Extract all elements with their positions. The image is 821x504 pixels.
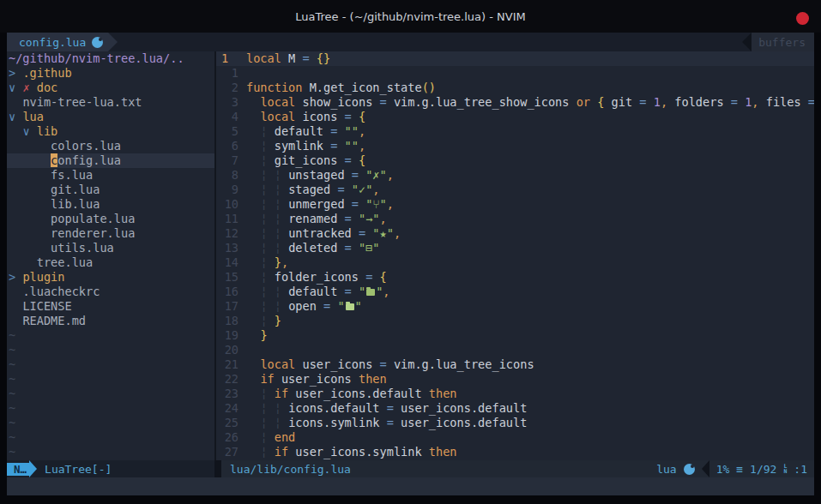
code-line[interactable]: 9 ¦ ¦ staged = "✓", <box>216 183 814 197</box>
token: {} <box>317 51 330 65</box>
code-line[interactable]: 23 ¦ if user_icons.default then <box>216 387 814 401</box>
code-line[interactable]: 22 if user_icons then <box>216 372 814 387</box>
mode-indicator: N… <box>7 463 29 476</box>
code-line[interactable]: 18 ¦ } <box>216 314 814 328</box>
token <box>9 241 51 255</box>
code-line[interactable]: 16 ¦ ¦ default = "", <box>216 285 814 299</box>
token <box>246 153 260 167</box>
buffers-powerline-arrow-icon <box>742 33 752 51</box>
token: , <box>383 285 389 298</box>
token <box>281 212 288 225</box>
file-tree[interactable]: ~/github/nvim-tree.lua/..> .github∨ ✗ do… <box>7 51 214 460</box>
code-line-text: ¦ ¦ icons.symlink = user_icons.default <box>246 416 814 430</box>
code-line[interactable]: 6 ¦ symlink = "", <box>216 139 814 153</box>
token: ¦ <box>260 197 267 211</box>
token: = <box>345 285 352 298</box>
token <box>352 285 359 298</box>
tree-item[interactable]: > plugin <box>7 270 214 285</box>
tree-item[interactable]: git.lua <box>7 183 214 197</box>
token: ¦ <box>275 401 281 415</box>
tree-item[interactable]: colors.lua <box>7 139 214 153</box>
token: = <box>380 357 387 371</box>
code-line[interactable]: 4 local icons = { <box>216 110 814 124</box>
tree-item[interactable]: utils.lua <box>7 241 214 255</box>
code-line-text: ¦ ¦ staged = "✓", <box>246 183 814 197</box>
code-line[interactable]: 15 ¦ folder_icons = { <box>216 270 814 285</box>
tree-item[interactable]: populate.lua <box>7 212 214 226</box>
token: plugin <box>22 270 64 284</box>
buffers-segment[interactable]: buffers <box>752 33 814 51</box>
code-line[interactable]: 17 ¦ ¦ open = "" <box>216 299 814 314</box>
tree-item[interactable]: config.lua <box>7 153 214 168</box>
line-number-icon: L N <box>783 464 787 475</box>
code-line[interactable]: 20 <box>216 343 814 357</box>
token <box>337 139 344 153</box>
token: renamed <box>288 212 344 225</box>
token: ¦ <box>275 416 281 429</box>
mode-label: N… <box>14 463 27 476</box>
token: ¦ <box>275 241 281 255</box>
code-line[interactable]: 1local M = {} <box>216 51 814 66</box>
line-number: 18 <box>216 314 238 328</box>
token: symlink <box>275 139 330 153</box>
token: utils.lua <box>51 241 114 255</box>
tree-item[interactable]: .luacheckrc <box>7 285 214 299</box>
token <box>246 401 260 415</box>
token: , <box>359 124 365 138</box>
code-line[interactable]: 5 ¦ default = "", <box>216 124 814 139</box>
line-number: 10 <box>216 197 238 212</box>
code-line[interactable]: 1 <box>216 66 814 81</box>
command-line[interactable] <box>7 477 814 495</box>
tree-item[interactable]: tree.lua <box>7 255 214 270</box>
token <box>9 139 51 153</box>
code-line[interactable]: 27 ¦ if user_icons.symlink then <box>216 445 814 459</box>
token <box>246 255 260 269</box>
token: = <box>387 401 394 415</box>
code-line[interactable]: 10 ¦ ¦ unmerged = "⑂", <box>216 197 814 212</box>
code-line[interactable]: 2function M.get_icon_state() <box>216 81 814 95</box>
tab-config-lua[interactable]: config.lua <box>7 33 108 51</box>
code-buffer[interactable]: 1local M = {}12function M.get_icon_state… <box>216 51 814 460</box>
code-line[interactable]: 14 ¦ }, <box>216 255 814 270</box>
tree-item[interactable]: renderer.lua <box>7 226 214 241</box>
code-line[interactable]: 25 ¦ ¦ icons.symlink = user_icons.defaul… <box>216 416 814 430</box>
token: = <box>337 183 344 196</box>
tree-item[interactable]: lib.lua <box>7 197 214 212</box>
code-line[interactable]: 11 ¦ ¦ renamed = "→", <box>216 212 814 226</box>
code-line[interactable]: 19 } <box>216 328 814 343</box>
lua-icon <box>684 464 695 475</box>
code-line[interactable]: 13 ¦ ¦ deleted = "⊟" <box>216 241 814 255</box>
tree-item[interactable]: ~/github/nvim-tree.lua/.. <box>7 51 214 66</box>
code-line[interactable]: 8 ¦ ¦ unstaged = "✗", <box>216 168 814 183</box>
token: ¦ <box>275 299 281 313</box>
token: nvim-tree-lua.txt <box>22 95 142 109</box>
token: = <box>345 241 352 255</box>
code-line[interactable]: 12 ¦ ¦ untracked = "★", <box>216 226 814 241</box>
token: = <box>345 212 352 225</box>
line-number: 12 <box>216 226 238 241</box>
line-number: 14 <box>216 255 238 270</box>
token <box>345 183 352 196</box>
token <box>9 314 22 327</box>
tree-item[interactable]: ∨ lua <box>7 110 214 124</box>
code-line[interactable]: 7 ¦ git_icons = { <box>216 153 814 168</box>
tree-item[interactable]: > .github <box>7 66 214 81</box>
tree-item[interactable]: ∨ lib <box>7 124 214 139</box>
token: ¦ <box>260 124 267 138</box>
code-line[interactable]: 3 local show_icons = vim.g.lua_tree_show… <box>216 95 814 110</box>
token <box>268 139 275 153</box>
token: } <box>260 328 267 342</box>
token: { <box>359 153 365 167</box>
tree-item[interactable]: fs.lua <box>7 168 214 183</box>
tabline-spacer <box>118 33 742 51</box>
token <box>310 51 317 65</box>
code-line[interactable]: 24 ¦ ¦ icons.default = user_icons.defaul… <box>216 401 814 416</box>
tree-item[interactable]: README.md <box>7 314 214 328</box>
tree-item[interactable]: LICENSE <box>7 299 214 314</box>
tree-item[interactable]: nvim-tree-lua.txt <box>7 95 214 110</box>
tree-item[interactable]: ∨ ✗ doc <box>7 81 214 95</box>
code-line[interactable]: 21 local user_icons = vim.g.lua_tree_ico… <box>216 357 814 372</box>
token: , <box>372 183 379 196</box>
code-line[interactable]: 26 ¦ end <box>216 430 814 445</box>
close-button-icon[interactable] <box>796 12 809 25</box>
